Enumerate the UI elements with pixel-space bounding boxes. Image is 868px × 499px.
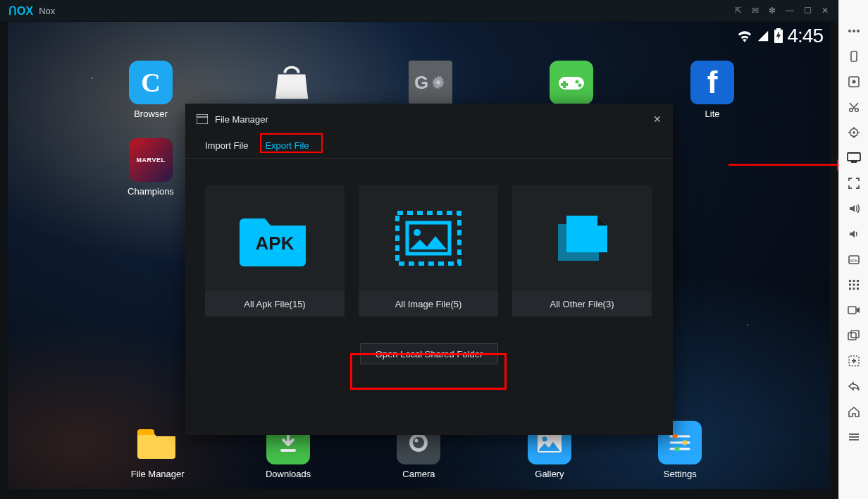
- svg-rect-51: [848, 307, 856, 314]
- sidebar-apk-icon[interactable]: APK: [839, 247, 868, 272]
- dock-label: Gallery: [518, 469, 581, 479]
- android-status-bar: 4:45: [737, 25, 824, 47]
- svg-point-29: [852, 30, 855, 32]
- svg-rect-38: [848, 153, 860, 161]
- svg-point-10: [413, 437, 424, 448]
- sidebar-volume-down-icon[interactable]: [839, 221, 868, 247]
- emulator-viewport: 4:45 C Browser G f Lit: [8, 22, 830, 489]
- sidebar-add-icon[interactable]: [839, 348, 868, 374]
- app-label: Browser: [119, 109, 182, 119]
- nox-window: ᑎOX Nox ⇱ ✉ ✻ — ☐ ✕ 4:45 C: [0, 0, 838, 499]
- pin-icon[interactable]: ⇱: [735, 6, 742, 16]
- card-all-apk[interactable]: APK All Apk File(15): [205, 185, 345, 316]
- svg-point-37: [852, 131, 855, 134]
- sidebar-back-icon[interactable]: [839, 374, 868, 399]
- mail-icon[interactable]: ✉: [752, 6, 759, 16]
- app-gamepad[interactable]: [540, 61, 603, 109]
- svg-rect-44: [857, 280, 859, 282]
- svg-rect-52: [848, 333, 856, 340]
- svg-rect-46: [853, 284, 855, 286]
- svg-point-7: [578, 84, 582, 87]
- tab-export-file[interactable]: Export File: [265, 135, 309, 158]
- dock-file-manager[interactable]: File Manager: [126, 421, 190, 479]
- sidebar-keymap-icon[interactable]: [839, 272, 868, 297]
- svg-text:APK: APK: [256, 233, 294, 254]
- close-button[interactable]: ✕: [822, 6, 829, 16]
- wifi-icon: [737, 30, 752, 42]
- sidebar-shake-icon[interactable]: [839, 44, 868, 69]
- svg-rect-49: [853, 288, 855, 290]
- app-label: Champions: [119, 186, 182, 197]
- card-label: All Image File(5): [359, 291, 498, 316]
- sidebar-location-icon[interactable]: [839, 120, 868, 145]
- svg-point-13: [542, 436, 547, 441]
- dock-label: Downloads: [256, 469, 320, 479]
- file-stack-icon: [512, 185, 652, 291]
- card-label: All Apk File(15): [205, 291, 345, 316]
- sidebar-menu-icon[interactable]: [839, 424, 868, 450]
- svg-point-11: [415, 438, 418, 442]
- sidebar-file-transfer-icon[interactable]: [839, 145, 868, 171]
- settings-gear-icon[interactable]: ✻: [769, 6, 776, 16]
- signal-icon: [757, 30, 769, 42]
- dialog-tabs: Import File Export File: [185, 135, 673, 159]
- svg-rect-20: [197, 114, 208, 124]
- dock-label: Camera: [387, 469, 450, 479]
- svg-point-30: [857, 30, 860, 32]
- svg-rect-45: [849, 284, 851, 286]
- svg-rect-47: [857, 284, 859, 286]
- app-champions[interactable]: MARVEL Champions: [119, 138, 182, 197]
- apk-folder-icon: APK: [205, 185, 345, 291]
- card-label: All Other File(3): [512, 291, 652, 316]
- open-local-shared-folder-button[interactable]: Open Local Shared Folder: [360, 343, 498, 364]
- svg-rect-50: [857, 288, 859, 290]
- svg-point-28: [848, 30, 851, 32]
- image-icon: [359, 185, 498, 291]
- svg-point-6: [576, 80, 579, 84]
- dialog-title: File Manager: [215, 114, 268, 125]
- sidebar-record-icon[interactable]: [839, 297, 868, 323]
- titlebar: ᑎOX Nox ⇱ ✉ ✻ — ☐ ✕: [0, 0, 838, 21]
- svg-point-33: [852, 80, 856, 84]
- export-cards: APK All Apk File(15) All Image File(5) A…: [185, 159, 673, 326]
- dock-label: File Manager: [126, 469, 190, 479]
- svg-rect-8: [280, 449, 296, 452]
- svg-rect-43: [853, 280, 855, 282]
- app-name: Nox: [39, 6, 55, 16]
- svg-point-17: [673, 433, 678, 438]
- svg-point-25: [414, 229, 421, 236]
- svg-rect-31: [851, 51, 857, 61]
- window-icon: [197, 114, 208, 124]
- svg-point-18: [683, 440, 688, 445]
- minimize-button[interactable]: —: [786, 6, 794, 16]
- app-facebook-lite[interactable]: f Lite: [681, 61, 744, 119]
- svg-rect-48: [849, 288, 851, 290]
- svg-rect-1: [776, 28, 781, 30]
- sidebar-volume-up-icon[interactable]: [839, 196, 868, 221]
- sidebar-home-icon[interactable]: [839, 399, 868, 424]
- nox-sidebar: APK: [838, 0, 868, 499]
- nox-logo: ᑎOX: [8, 4, 33, 18]
- sidebar-scissors-icon[interactable]: [839, 94, 868, 120]
- svg-rect-53: [851, 331, 859, 338]
- app-store[interactable]: [260, 61, 323, 109]
- app-label: Lite: [681, 109, 744, 119]
- svg-rect-39: [851, 161, 857, 163]
- svg-rect-5: [561, 83, 568, 86]
- tab-import-file[interactable]: Import File: [205, 135, 248, 158]
- sidebar-more-icon[interactable]: [839, 18, 868, 44]
- card-all-other[interactable]: All Other File(3): [512, 185, 652, 316]
- sidebar-multi-instance-icon[interactable]: [839, 323, 868, 348]
- svg-point-19: [675, 446, 680, 451]
- svg-text:APK: APK: [850, 259, 858, 263]
- svg-rect-42: [849, 280, 851, 282]
- maximize-button[interactable]: ☐: [804, 6, 812, 16]
- dialog-close-button[interactable]: ✕: [653, 113, 662, 125]
- window-controls: ⇱ ✉ ✻ — ☐ ✕: [735, 6, 829, 16]
- file-manager-dialog: File Manager ✕ Import File Export File A…: [185, 104, 673, 435]
- sidebar-fullscreen-icon[interactable]: [839, 171, 868, 196]
- app-browser[interactable]: C Browser: [119, 61, 182, 119]
- sidebar-theme-icon[interactable]: [839, 69, 868, 94]
- card-all-image[interactable]: All Image File(5): [359, 185, 498, 316]
- app-google-settings[interactable]: G: [399, 61, 462, 109]
